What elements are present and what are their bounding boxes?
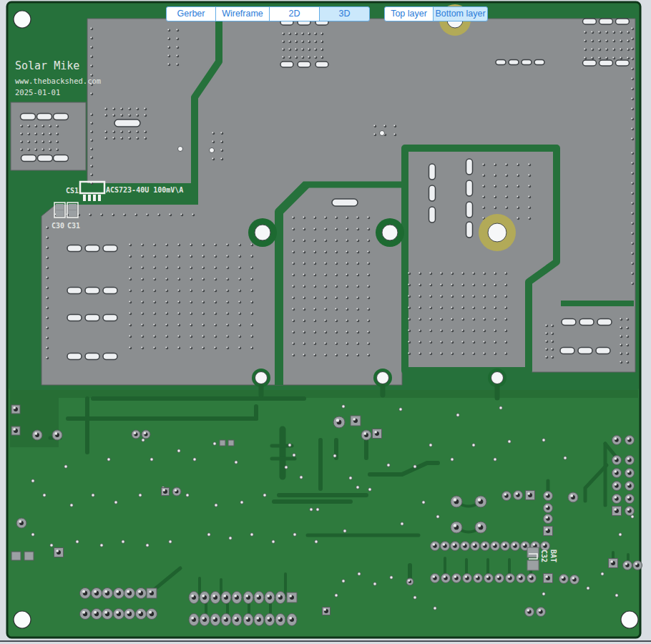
glint <box>56 550 59 552</box>
via <box>177 449 180 452</box>
thermal-dot <box>346 342 347 343</box>
thermal-dot <box>335 273 336 275</box>
thermal-dot <box>301 48 303 49</box>
via <box>178 147 183 152</box>
thermal-dot <box>505 185 506 186</box>
thermal-dot <box>41 140 43 142</box>
thermal-dot <box>626 326 627 328</box>
thermal-dot <box>335 331 336 332</box>
via <box>300 476 303 479</box>
thermal-dot <box>144 107 145 109</box>
smd-pad <box>69 204 77 210</box>
thermal-dot <box>129 323 130 325</box>
thermal-dot <box>292 308 293 309</box>
glint <box>134 432 136 434</box>
thermal-dot <box>545 340 547 341</box>
thermal-dot <box>367 228 368 229</box>
thermal-dot <box>346 319 347 321</box>
thermal-dot <box>482 163 484 165</box>
thermal-dot <box>153 301 155 302</box>
thermal-dot <box>472 306 474 308</box>
thermal-dot <box>20 125 21 126</box>
glint <box>454 498 456 501</box>
thermal-dot <box>49 148 50 150</box>
thermal-dot <box>313 250 315 252</box>
thermal-dot <box>90 147 92 149</box>
wireframe-button[interactable]: Wireframe <box>215 6 270 21</box>
thermal-dot <box>408 283 409 285</box>
smd-pad <box>21 155 36 162</box>
thermal-dot <box>356 342 358 343</box>
thermal-dot <box>483 329 484 331</box>
glint <box>82 611 85 614</box>
3d-button[interactable]: 3D <box>319 6 370 21</box>
smd-pad <box>220 440 225 446</box>
thermal-dot <box>494 163 495 165</box>
thermal-dot <box>320 40 322 42</box>
thermal-dot <box>292 319 293 321</box>
thermal-dot <box>129 312 130 313</box>
thermal-dot <box>157 213 159 215</box>
thermal-dot <box>176 63 177 64</box>
via <box>43 494 46 497</box>
via <box>310 508 313 511</box>
thermal-dot <box>631 262 632 263</box>
thermal-dot <box>141 278 142 279</box>
bottom-layer-button[interactable]: Bottom layer <box>433 6 488 21</box>
smd-pad <box>56 204 64 210</box>
gerber-viewer-window: Solar Mike www.thebackshed.com 2025-01-0… <box>0 0 651 644</box>
thermal-dot <box>288 56 290 57</box>
thermal-dot <box>612 39 614 41</box>
thermal-dot <box>584 39 585 41</box>
thermal-dot <box>303 285 304 286</box>
thermal-dot <box>440 329 441 331</box>
via <box>92 494 94 497</box>
thermal-dot <box>104 107 106 109</box>
glint <box>289 595 292 597</box>
top-layer-button[interactable]: Top layer <box>384 6 434 21</box>
glint <box>463 543 466 546</box>
thermal-dot <box>367 239 368 240</box>
silkscreen-date: 2025-01-01 <box>15 88 60 97</box>
thermal-dot <box>504 318 506 319</box>
glint <box>433 575 436 578</box>
thermal-dot <box>238 255 240 256</box>
thermal-dot <box>346 308 347 309</box>
thermal-dot <box>165 301 167 302</box>
mounting-hole <box>621 611 638 628</box>
thermal-dot <box>627 39 628 41</box>
thermal-dot <box>129 335 130 336</box>
thermal-dot <box>177 335 179 336</box>
thermal-dot <box>356 262 358 263</box>
thermal-dot <box>41 125 43 126</box>
thermal-dot <box>313 296 315 298</box>
smd-pad <box>522 60 532 65</box>
thermal-dot <box>214 301 215 302</box>
thermal-dot <box>220 157 222 159</box>
glint <box>610 560 613 563</box>
thermal-dot <box>90 173 92 175</box>
thermal-dot <box>505 174 506 175</box>
thermal-dot <box>551 356 552 357</box>
thermal-dot <box>584 31 585 32</box>
thermal-dot <box>46 356 47 358</box>
glint <box>245 617 248 620</box>
gerber-button[interactable]: Gerber <box>166 6 216 21</box>
thermal-dot <box>551 332 552 333</box>
thermal-dot <box>90 139 92 140</box>
via <box>229 537 232 540</box>
thermal-dot <box>202 289 203 291</box>
thermal-dot <box>346 296 347 298</box>
thermal-dot <box>367 216 368 218</box>
thermal-dot <box>472 283 474 285</box>
thermal-dot <box>324 308 326 309</box>
thermal-dot <box>451 295 452 296</box>
thermal-dot <box>250 301 252 302</box>
via <box>293 454 295 457</box>
thermal-dot <box>494 306 495 308</box>
thermal-dot <box>90 27 92 29</box>
thermal-dot <box>34 125 36 126</box>
thermal-dot <box>528 206 529 208</box>
glint <box>615 496 617 499</box>
2d-button[interactable]: 2D <box>269 6 320 21</box>
